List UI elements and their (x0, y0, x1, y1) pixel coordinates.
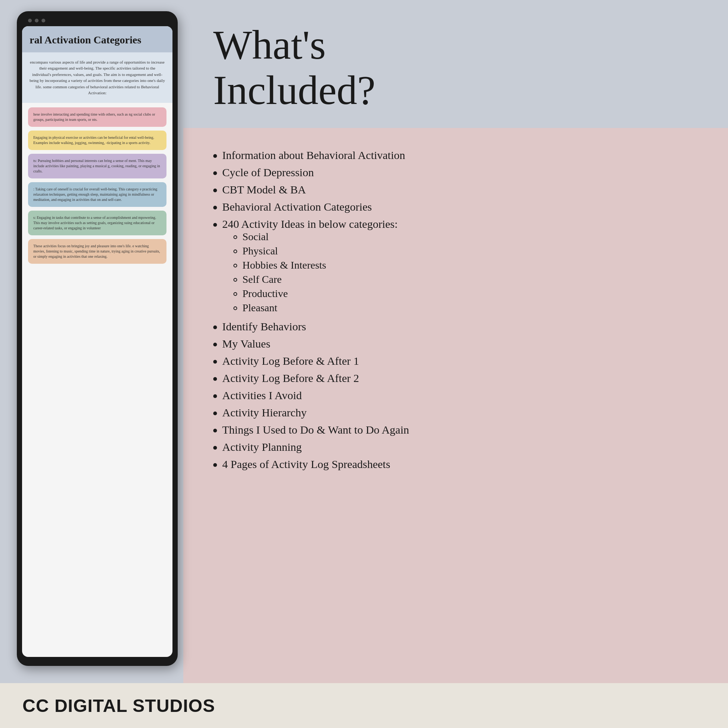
bullet-icon-8 (213, 360, 217, 364)
activity-card-productive: s: Engaging in tasks that contribute to … (28, 211, 167, 235)
screen-content: ral Activation Categories encompass vari… (22, 26, 173, 657)
bullet-icon-2 (213, 171, 217, 175)
list-item-12: Things I Used to Do & Want to Do Again (213, 421, 698, 439)
screen-description: encompass various aspects of life and pr… (22, 52, 173, 103)
main-layout: ral Activation Categories encompass vari… (0, 0, 728, 683)
list-item-label-3: CBT Model & BA (222, 184, 306, 195)
list-item-label-8: Activity Log Before & After 1 (222, 355, 359, 367)
list-item-6: Identify Behaviors (213, 318, 698, 335)
bullet-icon-6 (213, 326, 217, 329)
bullet-icon-3 (213, 188, 217, 192)
list-item-label-4: Behavioral Activation Categories (222, 201, 372, 213)
list-item-8: Activity Log Before & After 1 (213, 352, 698, 370)
list-item-5: 240 Activity Ideas in below categories: … (213, 216, 698, 318)
camera-dot-3 (41, 19, 45, 23)
tablet-mockup: ral Activation Categories encompass vari… (17, 11, 178, 666)
activity-card-hobbies: ts: Pursuing hobbies and personal intere… (28, 154, 167, 179)
activity-card-physical: Engaging in physical exercise or activit… (28, 130, 167, 150)
sub-list-activities: Social Physical Hobbies & Interests (222, 230, 398, 315)
list-item-3: CBT Model & BA (213, 181, 698, 198)
list-item-label-14: 4 Pages of Activity Log Spreadsheets (222, 459, 390, 470)
sub-label-productive: Productive (242, 288, 288, 299)
list-item-label-2: Cycle of Depression (222, 167, 314, 178)
list-item-7: My Values (213, 335, 698, 352)
included-section: Information about Behavioral Activation … (183, 128, 728, 683)
circle-icon-physical (234, 249, 237, 253)
list-item-label-11: Activity Hierarchy (222, 407, 307, 418)
list-item-label-12: Things I Used to Do & Want to Do Again (222, 424, 409, 436)
circle-icon-productive (234, 292, 237, 296)
sub-label-pleasant: Pleasant (242, 303, 277, 313)
bullet-icon-14 (213, 463, 217, 467)
circle-icon-social (234, 235, 237, 239)
list-item-label-10: Activities I Avoid (222, 390, 302, 401)
sub-item-selfcare: Self Care (234, 272, 398, 286)
footer: CC DIGITAL STUDIOS (0, 683, 728, 728)
sub-item-pleasant: Pleasant (234, 301, 398, 315)
circle-icon-hobbies (234, 264, 237, 268)
tablet-screen: ral Activation Categories encompass vari… (22, 26, 173, 657)
list-item-label-13: Activity Planning (222, 442, 302, 453)
activity-card-selfcare: : Taking care of oneself is crucial for … (28, 182, 167, 207)
list-item-label-7: My Values (222, 338, 271, 349)
activity-cards: hese involve interacting and spending ti… (22, 103, 173, 268)
sub-item-social: Social (234, 230, 398, 244)
left-panel: ral Activation Categories encompass vari… (0, 0, 183, 683)
bullet-icon-11 (213, 411, 217, 415)
list-item-1: Information about Behavioral Activation (213, 147, 698, 164)
sub-label-social: Social (242, 232, 269, 242)
bullet-icon-1 (213, 154, 217, 158)
list-item-11: Activity Hierarchy (213, 404, 698, 421)
bullet-icon-4 (213, 206, 217, 210)
main-title: What's Included? (213, 23, 698, 113)
sub-item-hobbies: Hobbies & Interests (234, 258, 398, 272)
screen-title: ral Activation Categories (29, 34, 165, 46)
main-title-line1: What's (213, 22, 326, 68)
list-item-label-5: 240 Activity Ideas in below categories: (222, 218, 398, 230)
sub-item-physical: Physical (234, 244, 398, 258)
camera-dot-1 (28, 19, 32, 23)
brand-name: CC DIGITAL STUDIOS (23, 696, 215, 716)
activity-card-social: hese involve interacting and spending ti… (28, 107, 167, 127)
list-item-5-content: 240 Activity Ideas in below categories: … (222, 219, 398, 315)
list-item-9: Activity Log Before & After 2 (213, 370, 698, 387)
list-item-10: Activities I Avoid (213, 387, 698, 404)
list-item-label-9: Activity Log Before & After 2 (222, 373, 359, 384)
sub-item-productive: Productive (234, 286, 398, 301)
screen-header: ral Activation Categories (22, 26, 173, 52)
included-list: Information about Behavioral Activation … (213, 147, 698, 473)
bullet-icon-10 (213, 394, 217, 398)
sub-label-selfcare: Self Care (242, 274, 282, 285)
bullet-icon-5 (213, 223, 217, 227)
right-panel: What's Included? Information about Behav… (183, 0, 728, 683)
bullet-icon-12 (213, 429, 217, 433)
circle-icon-pleasant (234, 306, 237, 310)
list-item-4: Behavioral Activation Categories (213, 198, 698, 216)
list-item-label-1: Information about Behavioral Activation (222, 150, 405, 161)
activity-card-pleasant: These activities focus on bringing joy a… (28, 239, 167, 264)
right-top: What's Included? (183, 0, 728, 128)
list-item-14: 4 Pages of Activity Log Spreadsheets (213, 456, 698, 473)
sub-label-hobbies: Hobbies & Interests (242, 260, 326, 271)
bullet-icon-13 (213, 446, 217, 450)
sub-label-physical: Physical (242, 246, 278, 256)
list-item-2: Cycle of Depression (213, 164, 698, 181)
main-title-line2: Included? (213, 67, 376, 113)
circle-icon-selfcare (234, 278, 237, 282)
bullet-icon-7 (213, 343, 217, 346)
list-item-label-6: Identify Behaviors (222, 321, 306, 332)
bullet-icon-9 (213, 377, 217, 381)
camera-dot-2 (35, 19, 38, 23)
tablet-camera-bar (22, 17, 173, 26)
list-item-13: Activity Planning (213, 439, 698, 456)
